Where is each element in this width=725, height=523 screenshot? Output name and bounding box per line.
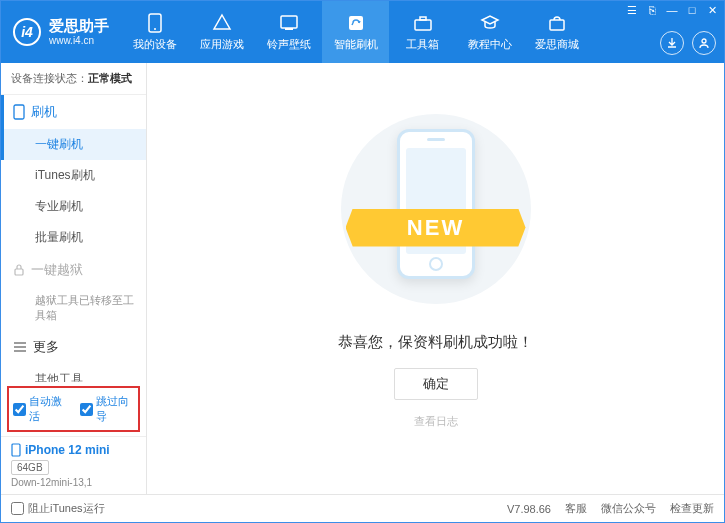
sidebar-item-other[interactable]: 其他工具 [1, 364, 146, 382]
svg-rect-14 [12, 444, 20, 456]
nav-my-device[interactable]: 我的设备 [121, 1, 188, 63]
confirm-button[interactable]: 确定 [394, 368, 478, 400]
nav-ringtones[interactable]: 铃声壁纸 [255, 1, 322, 63]
view-log-link[interactable]: 查看日志 [414, 414, 458, 429]
wechat-link[interactable]: 微信公众号 [601, 501, 656, 516]
maximize-icon[interactable]: □ [684, 3, 700, 17]
flash-options: 自动激活 跳过向导 [7, 386, 140, 432]
close-icon[interactable]: ✕ [704, 3, 720, 17]
nav-smart-flash[interactable]: 智能刷机 [322, 1, 389, 63]
sidebar-item-oneclick[interactable]: 一键刷机 [1, 129, 146, 160]
svg-rect-4 [349, 16, 363, 30]
toolbox-icon [413, 13, 433, 33]
header-right-icons [660, 31, 716, 55]
nav-tutorials[interactable]: 教程中心 [456, 1, 523, 63]
apps-icon [212, 13, 232, 33]
nav-toolbox[interactable]: 工具箱 [389, 1, 456, 63]
jailbreak-note: 越狱工具已转移至工具箱 [1, 287, 146, 330]
section-jailbreak[interactable]: 一键越狱 [1, 253, 146, 287]
svg-rect-9 [14, 105, 24, 119]
download-button[interactable] [660, 31, 684, 55]
sidebar-item-batch[interactable]: 批量刷机 [1, 222, 146, 253]
window-controls: ☰ ⎘ ― □ ✕ [624, 3, 720, 17]
profile-button[interactable] [692, 31, 716, 55]
check-skip-guide[interactable]: 跳过向导 [80, 394, 135, 424]
svg-point-8 [702, 39, 706, 43]
section-flash[interactable]: 刷机 [1, 95, 146, 129]
app-url: www.i4.cn [49, 35, 109, 47]
app-window: i4 爱思助手 www.i4.cn 我的设备 应用游戏 铃声壁纸 智能刷机 [0, 0, 725, 523]
svg-rect-7 [550, 20, 564, 30]
main-content: NEW 恭喜您，保资料刷机成功啦！ 确定 查看日志 [147, 63, 724, 494]
device-model: Down-12mini-13,1 [11, 477, 136, 488]
svg-point-1 [154, 28, 156, 30]
phone-icon [145, 13, 165, 33]
svg-rect-6 [420, 17, 426, 20]
app-name: 爱思助手 [49, 17, 109, 35]
more-icon [13, 341, 27, 353]
version-label: V7.98.66 [507, 503, 551, 515]
footer: 阻止iTunes运行 V7.98.66 客服 微信公众号 检查更新 [1, 494, 724, 522]
store-icon [547, 13, 567, 33]
nav-apps-games[interactable]: 应用游戏 [188, 1, 255, 63]
device-info[interactable]: iPhone 12 mini 64GB Down-12mini-13,1 [1, 436, 146, 494]
nav-store[interactable]: 爱思商城 [523, 1, 590, 63]
sidebar: 设备连接状态：正常模式 刷机 一键刷机 iTunes刷机 专业刷机 批量刷机 一… [1, 63, 147, 494]
phone-graphic [397, 129, 475, 279]
lock-icon [13, 263, 25, 277]
connection-status: 设备连接状态：正常模式 [1, 63, 146, 95]
section-more[interactable]: 更多 [1, 330, 146, 364]
header: i4 爱思助手 www.i4.cn 我的设备 应用游戏 铃声壁纸 智能刷机 [1, 1, 724, 63]
check-auto-activate[interactable]: 自动激活 [13, 394, 68, 424]
svg-rect-5 [415, 20, 431, 30]
success-message: 恭喜您，保资料刷机成功啦！ [338, 333, 533, 352]
svg-rect-10 [15, 269, 23, 275]
customer-service-link[interactable]: 客服 [565, 501, 587, 516]
sidebar-item-pro[interactable]: 专业刷机 [1, 191, 146, 222]
body: 设备连接状态：正常模式 刷机 一键刷机 iTunes刷机 专业刷机 批量刷机 一… [1, 63, 724, 494]
logo-icon: i4 [13, 18, 41, 46]
svg-rect-3 [285, 28, 293, 30]
success-illustration: NEW [336, 109, 536, 309]
svg-rect-2 [281, 16, 297, 28]
flash-icon [346, 13, 366, 33]
tutorial-icon [480, 13, 500, 33]
new-banner: NEW [346, 209, 526, 247]
block-itunes-check[interactable]: 阻止iTunes运行 [11, 501, 105, 516]
device-name: iPhone 12 mini [11, 443, 136, 457]
minimize-icon[interactable]: ― [664, 3, 680, 17]
phone-icon [11, 443, 21, 457]
sidebar-item-itunes[interactable]: iTunes刷机 [1, 160, 146, 191]
logo[interactable]: i4 爱思助手 www.i4.cn [1, 1, 121, 63]
check-update-link[interactable]: 检查更新 [670, 501, 714, 516]
wallpaper-icon [279, 13, 299, 33]
device-storage: 64GB [11, 460, 49, 475]
lock-icon[interactable]: ⎘ [644, 3, 660, 17]
phone-icon [13, 104, 25, 120]
menu-icon[interactable]: ☰ [624, 3, 640, 17]
